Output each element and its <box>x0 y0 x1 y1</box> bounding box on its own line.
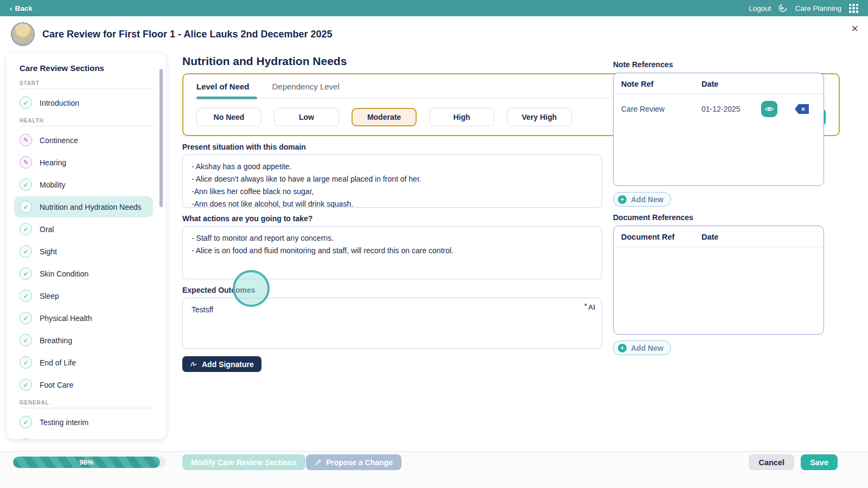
sidebar-item-sight[interactable]: ✓ Sight <box>14 241 153 262</box>
sidebar-item-label: Sleep <box>40 292 59 300</box>
add-signature-label: Add Signature <box>202 360 254 369</box>
column-document-ref: Document Ref <box>621 233 701 241</box>
back-label: Back <box>15 4 33 12</box>
app-grid-icon[interactable] <box>849 4 858 13</box>
check-circle-icon: ✓ <box>20 416 32 428</box>
add-document-reference-button[interactable]: + Add New <box>613 341 671 355</box>
modal-header: Care Review for First Floor 1 - Alice La… <box>0 16 868 52</box>
text-line: -Ann does not like alcohol, but will dri… <box>192 199 593 209</box>
note-date-value: 01-12-2025 <box>701 105 761 113</box>
document-references-table: Document Ref Date <box>613 226 824 335</box>
tab-level-of-need[interactable]: Level of Need <box>196 82 250 91</box>
sidebar-item-oral[interactable]: ✓ Oral <box>14 219 153 240</box>
cross-icon: ✕ <box>801 106 805 112</box>
sidebar-item-label: Skin Condition <box>40 269 88 278</box>
level-moderate-button[interactable]: Moderate <box>352 108 417 126</box>
modify-care-review-sections-button[interactable]: Modify Care Review Sections <box>182 454 305 470</box>
sidebar-item-breathing[interactable]: ✓ Breathing <box>14 330 153 351</box>
modal-footer: 96% Modify Care Review Sections Propose … <box>0 451 868 488</box>
check-circle-icon: ✓ <box>20 438 32 439</box>
document-references-title: Document References <box>613 213 824 222</box>
sidebar-item-testing-interim[interactable]: ✓ Testing interim <box>14 412 153 433</box>
logout-icon[interactable] <box>778 4 787 12</box>
check-circle-icon: ✓ <box>20 245 32 258</box>
sidebar-item-label: Mobility <box>40 181 65 189</box>
sidebar-item-behaviour[interactable]: ✓ Behaviour <box>14 434 153 439</box>
progress-percent-label: 96% <box>79 458 93 466</box>
top-app-bar: ‹ Back Logout Care Planning <box>0 0 868 16</box>
references-column: Note References Note Ref Date Care Revie… <box>613 53 824 362</box>
text-line: - Akshay has a good appetite. <box>192 162 593 172</box>
actions-textarea[interactable]: - Staff to monitor and report any concer… <box>182 226 602 279</box>
table-header: Note Ref Date <box>614 73 824 94</box>
resident-avatar <box>11 22 35 46</box>
sidebar-item-sleep[interactable]: ✓ Sleep <box>14 285 153 306</box>
level-very-high-button[interactable]: Very High <box>507 108 572 126</box>
level-no-need-button[interactable]: No Need <box>196 108 261 126</box>
add-note-reference-button[interactable]: + Add New <box>613 192 671 207</box>
check-circle-icon: ✓ <box>20 356 32 369</box>
column-date: Date <box>701 233 718 241</box>
back-button[interactable]: ‹ Back <box>10 4 33 12</box>
group-label-start: START <box>20 80 153 89</box>
edit-pencil-icon: ✎ <box>20 156 32 169</box>
sidebar-title: Care Review Sections <box>20 63 161 73</box>
text-line: - Alice is on food and fluid monitoring … <box>192 246 593 256</box>
modal-title: Care Review for First Floor 1 - Alice La… <box>42 29 333 40</box>
check-circle-icon: ✓ <box>20 178 32 191</box>
edit-pencil-icon: ✎ <box>20 134 32 146</box>
sidebar-item-label: Sight <box>40 247 57 256</box>
app-name: Care Planning <box>795 4 841 12</box>
logout-button[interactable]: Logout <box>749 4 771 12</box>
sidebar-item-hearing[interactable]: ✎ Hearing <box>14 152 153 173</box>
check-circle-icon: ✓ <box>20 290 32 302</box>
check-circle-icon: ✓ <box>20 378 32 391</box>
cancel-button[interactable]: Cancel <box>749 454 794 470</box>
close-icon[interactable]: × <box>851 23 858 35</box>
signature-icon <box>190 361 197 368</box>
save-button[interactable]: Save <box>801 454 838 470</box>
level-low-button[interactable]: Low <box>274 108 339 126</box>
sidebar-item-label: Hearing <box>40 158 66 167</box>
sidebar-item-nutrition-and-hydration-needs[interactable]: ✓ Nutrition and Hydration Needs <box>14 196 153 217</box>
present-situation-textarea[interactable]: - Akshay has a good appetite. - Alice do… <box>182 155 602 208</box>
propose-a-change-button[interactable]: Propose a Change <box>306 454 401 470</box>
table-header: Document Ref Date <box>614 226 824 247</box>
sidebar-item-label: Foot Care <box>40 381 73 389</box>
sidebar-item-introduction[interactable]: ✓ Introduction <box>14 92 153 113</box>
empty-table-body <box>614 247 824 334</box>
sidebar-item-physical-health[interactable]: ✓ Physical Health <box>14 307 153 329</box>
plus-icon: + <box>618 344 627 352</box>
eye-icon <box>764 104 774 114</box>
expected-outcomes-textarea[interactable]: Testsff ✦AI <box>182 298 602 349</box>
view-note-button[interactable] <box>761 101 777 117</box>
add-signature-button[interactable]: Add Signature <box>182 356 261 372</box>
group-label-general: GENERAL <box>20 400 153 408</box>
completion-progress-bar: 96% <box>13 457 166 468</box>
sidebar-item-label: Physical Health <box>40 314 92 323</box>
sidebar-item-label: Continence <box>40 136 78 145</box>
check-circle-icon: ✓ <box>20 97 32 109</box>
add-new-label: Add New <box>631 344 663 352</box>
delete-note-button[interactable]: ✕ <box>795 104 809 114</box>
group-label-health: HEALTH <box>20 118 153 126</box>
check-circle-icon: ✓ <box>20 267 32 280</box>
sidebar-item-skin-condition[interactable]: ✓ Skin Condition <box>14 263 153 284</box>
check-circle-icon: ✓ <box>20 334 32 346</box>
sidebar-item-foot-care[interactable]: ✓ Foot Care <box>14 374 153 395</box>
sidebar-scrollbar[interactable] <box>159 69 163 207</box>
ai-assist-icon[interactable]: ✦AI <box>584 303 595 312</box>
sidebar-item-label: Breathing <box>40 336 72 345</box>
note-references-title: Note References <box>613 60 824 69</box>
sidebar-item-label: End of Life <box>40 358 76 367</box>
text-line: - Staff to monitor and report any concer… <box>192 233 593 243</box>
level-high-button[interactable]: High <box>429 108 494 126</box>
sidebar-item-mobility[interactable]: ✓ Mobility <box>14 174 153 195</box>
check-circle-icon: ✓ <box>20 201 32 213</box>
note-references-table: Note Ref Date Care Review 01-12-2025 ✕ <box>613 73 824 186</box>
tab-dependency-level[interactable]: Dependency Level <box>272 82 340 91</box>
sidebar-item-end-of-life[interactable]: ✓ End of Life <box>14 352 153 373</box>
chevron-left-icon: ‹ <box>10 4 12 12</box>
sidebar-item-label: Oral <box>40 225 54 234</box>
sidebar-item-continence[interactable]: ✎ Continence <box>14 130 153 151</box>
